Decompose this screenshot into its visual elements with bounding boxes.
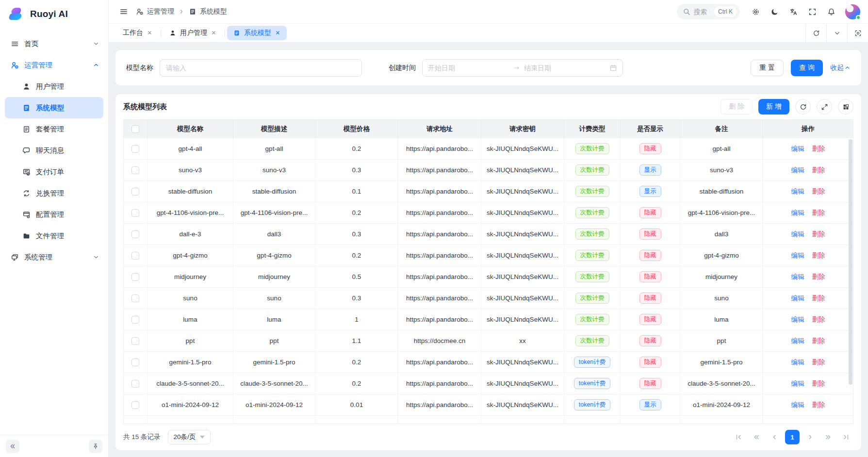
delete-button[interactable]: 删 除 xyxy=(721,99,753,114)
tab-1[interactable]: 用户管理 xyxy=(163,26,223,40)
settings-button[interactable] xyxy=(748,4,764,20)
edit-link[interactable]: 编辑 xyxy=(791,273,804,281)
row-checkbox[interactable] xyxy=(131,294,139,302)
page-first-button[interactable] xyxy=(731,430,746,444)
table-scrollbar[interactable] xyxy=(849,139,852,385)
delete-link[interactable]: 删除 xyxy=(812,315,825,324)
row-checkbox[interactable] xyxy=(131,166,139,174)
sidebar-group-2[interactable]: 系统管理 xyxy=(5,246,103,268)
refresh-table-button[interactable] xyxy=(795,99,811,114)
breadcrumb-item-1[interactable]: 系统模型 xyxy=(189,7,227,16)
user-avatar[interactable] xyxy=(845,4,860,19)
row-checkbox[interactable] xyxy=(131,359,139,366)
edit-link[interactable]: 编辑 xyxy=(791,294,804,303)
refresh-page-button[interactable] xyxy=(805,24,826,42)
row-checkbox[interactable] xyxy=(131,230,139,238)
select-all-checkbox[interactable] xyxy=(131,125,139,133)
current-page-button[interactable]: 1 xyxy=(785,430,800,444)
end-date-input[interactable] xyxy=(524,64,606,72)
sidebar-item-2[interactable]: 套餐管理 xyxy=(5,118,103,140)
row-checkbox[interactable] xyxy=(131,401,139,409)
tab-0[interactable]: 工作台 xyxy=(116,26,159,40)
date-range-picker[interactable] xyxy=(422,59,623,77)
row-checkbox[interactable] xyxy=(131,380,139,388)
page-double-prev-button[interactable] xyxy=(749,430,764,444)
delete-link[interactable]: 删除 xyxy=(812,379,825,388)
page-next-button[interactable] xyxy=(803,430,818,444)
cell-actions: 编辑删除 xyxy=(763,202,853,223)
breadcrumb-item-0[interactable]: 运营管理 xyxy=(136,7,174,16)
page-size-select[interactable]: 20条/页 xyxy=(168,430,211,444)
sidebar-item-7[interactable]: 文件管理 xyxy=(5,225,103,246)
model-name-input[interactable] xyxy=(166,64,356,72)
close-icon[interactable] xyxy=(147,29,152,37)
delete-link[interactable]: 删除 xyxy=(812,209,825,217)
filter-actions: 重 置 查 询 收起 xyxy=(751,60,851,76)
expand-table-button[interactable] xyxy=(817,99,832,114)
close-icon[interactable] xyxy=(275,29,280,37)
cell-model-price: 0.2 xyxy=(315,245,398,266)
row-checkbox[interactable] xyxy=(131,337,139,345)
sidebar-group-1[interactable]: 运营管理 xyxy=(5,54,103,76)
page-double-next-button[interactable] xyxy=(821,430,835,444)
sidebar-item-4[interactable]: 支付订单 xyxy=(5,161,103,182)
model-name-field[interactable] xyxy=(160,59,362,77)
tab-2[interactable]: 系统模型 xyxy=(227,26,287,40)
delete-link[interactable]: 删除 xyxy=(812,187,825,196)
sidebar-group-0[interactable]: 首页 xyxy=(5,33,103,54)
query-button[interactable]: 查 询 xyxy=(791,60,823,76)
sidebar-item-3[interactable]: 聊天消息 xyxy=(5,140,103,161)
fullscreen-button[interactable] xyxy=(804,4,820,20)
edit-link[interactable]: 编辑 xyxy=(791,315,804,324)
start-date-input[interactable] xyxy=(428,64,509,72)
sidebar-collapse-button[interactable] xyxy=(6,440,19,453)
edit-link[interactable]: 编辑 xyxy=(791,401,804,409)
brand-header[interactable]: Ruoyi AI xyxy=(0,0,108,28)
sidebar-item-5[interactable]: 兑换管理 xyxy=(5,182,103,204)
row-checkbox[interactable] xyxy=(131,316,139,324)
close-icon[interactable] xyxy=(211,29,216,37)
edit-link[interactable]: 编辑 xyxy=(791,337,804,345)
delete-link[interactable]: 删除 xyxy=(812,145,825,153)
tab-list-dropdown-button[interactable] xyxy=(826,24,847,42)
dark-mode-button[interactable] xyxy=(767,4,783,20)
sidebar-item-1[interactable]: 系统模型 xyxy=(5,97,103,118)
edit-link[interactable]: 编辑 xyxy=(791,187,804,196)
delete-link[interactable]: 删除 xyxy=(812,166,825,175)
page-last-button[interactable] xyxy=(839,430,853,444)
edit-link[interactable]: 编辑 xyxy=(791,209,804,217)
content-fullscreen-button[interactable] xyxy=(847,24,868,42)
edit-link[interactable]: 编辑 xyxy=(791,166,804,175)
collapse-filter-link[interactable]: 收起 xyxy=(830,64,851,72)
sidebar-item-6[interactable]: 配置管理 xyxy=(5,204,103,225)
delete-link[interactable]: 删除 xyxy=(812,294,825,303)
delete-link[interactable]: 删除 xyxy=(812,401,825,409)
edit-link[interactable]: 编辑 xyxy=(791,251,804,260)
cell-visibility: 隐藏 xyxy=(621,224,680,245)
edit-link[interactable]: 编辑 xyxy=(791,145,804,153)
notifications-button[interactable] xyxy=(823,4,839,20)
row-checkbox[interactable] xyxy=(131,145,139,153)
sidebar-item-0[interactable]: 用户管理 xyxy=(5,76,103,97)
page-prev-button[interactable] xyxy=(767,430,782,444)
delete-link[interactable]: 删除 xyxy=(812,273,825,281)
edit-link[interactable]: 编辑 xyxy=(791,379,804,388)
delete-link[interactable]: 删除 xyxy=(812,337,825,345)
edit-link[interactable]: 编辑 xyxy=(791,358,804,367)
row-checkbox[interactable] xyxy=(131,209,139,217)
row-checkbox[interactable] xyxy=(131,252,139,260)
hamburger-menu-icon[interactable] xyxy=(119,7,128,16)
global-search[interactable]: Ctrl K xyxy=(677,4,740,19)
search-input[interactable] xyxy=(694,8,710,16)
add-button[interactable]: 新 增 xyxy=(758,99,789,114)
delete-link[interactable]: 删除 xyxy=(812,251,825,260)
language-button[interactable] xyxy=(786,4,802,20)
delete-link[interactable]: 删除 xyxy=(812,358,825,367)
reset-button[interactable]: 重 置 xyxy=(751,60,784,76)
row-checkbox[interactable] xyxy=(131,273,139,281)
sidebar-pin-button[interactable] xyxy=(89,440,102,453)
column-settings-button[interactable] xyxy=(838,99,853,114)
row-checkbox[interactable] xyxy=(131,188,139,196)
delete-link[interactable]: 删除 xyxy=(812,230,825,239)
edit-link[interactable]: 编辑 xyxy=(791,230,804,239)
